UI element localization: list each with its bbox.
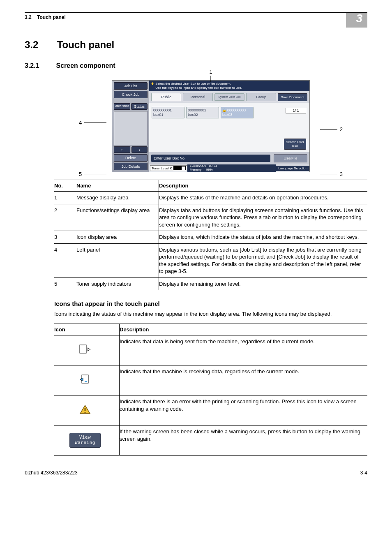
user-box-1[interactable]: 000000001 box01	[152, 107, 184, 118]
tab-group[interactable]: Group	[246, 93, 276, 101]
data-in-icon	[79, 374, 91, 385]
job-details-button[interactable]: Job Details	[114, 163, 148, 170]
table-row: Indicates that the machine is receiving …	[54, 365, 367, 395]
tab-personal[interactable]: Personal	[183, 93, 213, 101]
message-line-1: Select the desired User Box to use or fi…	[155, 82, 242, 86]
cell-desc: Displays the status of the machine and d…	[159, 192, 368, 204]
screen-figure: 1 4 5 2 3 Job List Check Job	[54, 78, 367, 172]
table-row: 2 Functions/settings display area Displa…	[54, 204, 367, 231]
cell-desc: Displays various buttons, such as [Job L…	[159, 243, 368, 278]
box1-name: box01	[153, 113, 183, 117]
save-document-button[interactable]: Save Document	[278, 93, 307, 101]
warning-icon[interactable]	[79, 404, 91, 415]
table-row: 3 Icon display area Displays icons, whic…	[54, 231, 367, 244]
language-selection-button[interactable]: Language Selection	[276, 166, 309, 171]
job-list-header: User Name Status	[114, 103, 148, 110]
table-row: 5 Toner supply indicators Displays the r…	[54, 278, 367, 290]
footer-model: bizhub 423/363/283/223	[25, 470, 78, 476]
callout-4: 4	[79, 120, 82, 126]
data-out-icon	[79, 344, 91, 355]
box1-no: 000000001	[153, 108, 183, 113]
search-user-box-button[interactable]: Search User Box	[284, 139, 306, 150]
tab-system-user-box[interactable]: System User Box	[214, 93, 244, 101]
cell-desc: Indicates that there is an error with th…	[120, 395, 368, 426]
left-panel: Job List Check Job User Name Status ↑ ↓ …	[112, 81, 149, 172]
cell-name: Toner supply indicators	[76, 278, 159, 290]
svg-rect-8	[85, 408, 86, 411]
toner-bar-icon	[173, 166, 186, 170]
callout-5: 5	[79, 171, 82, 177]
delete-button[interactable]: Delete	[114, 154, 148, 162]
screen-component-table: No. Name Description 1 Message display a…	[54, 180, 367, 290]
callout-3: 3	[340, 171, 343, 177]
box2-no: 000000002	[188, 108, 217, 113]
cell-desc: Displays the remaining toner level.	[159, 278, 368, 290]
message-display-area: ♦ Select the desired User Box to use or …	[149, 81, 309, 91]
cell-no: 2	[54, 204, 76, 231]
cell-no: 4	[54, 243, 76, 278]
section-title: Touch panel	[57, 39, 115, 50]
box3-name: box03	[222, 113, 252, 117]
cell-no: 5	[54, 278, 76, 290]
icons-intro-text: Icons indicating the status of this mach…	[54, 310, 367, 318]
subsection-title: Screen component	[56, 62, 115, 69]
svg-marker-5	[80, 378, 83, 381]
lock-icon: 🔒	[222, 109, 226, 113]
cell-name: Icon display area	[76, 231, 159, 244]
svg-rect-9	[85, 412, 86, 413]
user-box-3[interactable]: 🔒 000000003 box03	[221, 107, 254, 118]
svg-marker-2	[87, 348, 90, 351]
icons-table: Icon Description Indicates that data is …	[54, 324, 367, 456]
svg-rect-6	[85, 381, 87, 382]
cell-name: Message display area	[76, 192, 159, 204]
cell-name: Functions/settings display area	[76, 204, 159, 231]
functions-settings-area: 000000001 box01 000000002 box02 🔒 000000…	[149, 103, 309, 152]
status-date: 12/28/2009	[190, 164, 206, 168]
col-user-name: User Name	[114, 103, 130, 110]
table-row: 4 Left panel Displays various buttons, s…	[54, 243, 367, 278]
cell-desc: Indicates that the machine is receiving …	[120, 365, 368, 395]
col-status: Status	[131, 103, 148, 110]
toner-label: Toner Level	[152, 166, 168, 170]
section-number: 3.2	[25, 39, 54, 51]
th-desc: Description	[159, 180, 368, 192]
enter-box-no-field[interactable]: Enter User Box No.	[151, 155, 270, 162]
use-file-button[interactable]: Use/File	[274, 154, 307, 162]
message-line-2: Use the keypad to input and specify the …	[155, 86, 242, 90]
cell-no: 1	[54, 192, 76, 204]
status-time: 09:24	[209, 164, 217, 168]
page-indicator: 1/ 1	[286, 108, 306, 113]
svg-rect-1	[80, 345, 86, 353]
icons-heading: Icons that appear in the touch panel	[54, 300, 367, 307]
cell-desc: Indicates that data is being sent from t…	[120, 335, 368, 365]
info-icon: ♦	[151, 82, 154, 85]
scroll-down-button[interactable]: ↓	[131, 146, 148, 153]
toner-supply-indicator: Toner Level K	[150, 165, 187, 171]
table-row: View Warning If the warning screen has b…	[54, 426, 367, 456]
cell-desc: Displays tabs and buttons for displaying…	[159, 204, 368, 231]
section-heading: 3.2 Touch panel	[25, 39, 367, 51]
table-row: Indicates that data is being sent from t…	[54, 335, 367, 365]
job-list-area	[114, 111, 148, 145]
th-no: No.	[54, 180, 76, 192]
header-section-title: Touch panel	[37, 14, 66, 20]
cell-desc: Displays icons, which indicate the statu…	[159, 231, 368, 244]
view-warning-button[interactable]: View Warning	[69, 433, 101, 447]
tab-public[interactable]: Public	[151, 93, 181, 101]
user-box-2[interactable]: 000000002 box02	[186, 107, 219, 118]
table-row: 1 Message display area Displays the stat…	[54, 192, 367, 204]
callout-1: 1	[209, 69, 212, 75]
running-header: 3.2 Touch panel 3	[25, 14, 367, 28]
check-job-button[interactable]: Check Job	[114, 91, 148, 98]
cell-name: Left panel	[76, 243, 159, 278]
subsection-number: 3.2.1	[25, 62, 54, 69]
cell-desc: If the warning screen has been closed wh…	[120, 426, 368, 456]
callout-2: 2	[340, 126, 343, 132]
scroll-up-button[interactable]: ↑	[114, 146, 130, 153]
icon-display-area: Toner Level K 12/28/2009 09:24 Memory 99…	[149, 164, 309, 172]
job-list-button[interactable]: Job List	[114, 82, 148, 90]
status-memory-label: Memory	[190, 168, 202, 171]
svg-rect-0	[80, 345, 87, 354]
view-warning-label: View Warning	[75, 435, 95, 445]
subsection-heading: 3.2.1 Screen component	[25, 62, 367, 69]
